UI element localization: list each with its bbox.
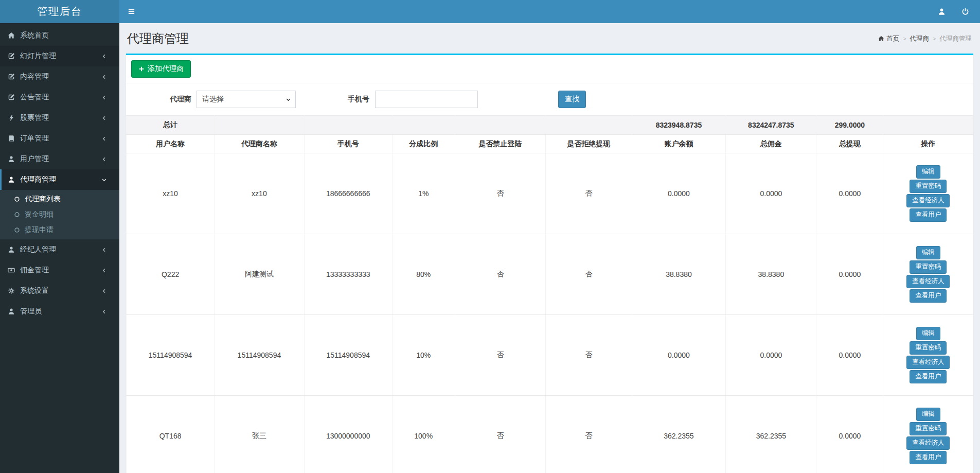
action-edit-button[interactable]: 编辑 [916, 165, 940, 179]
logout-button[interactable] [953, 0, 977, 23]
action-view-brokers-button[interactable]: 查看经济人 [906, 275, 950, 288]
power-icon [961, 8, 969, 15]
action-view-brokers-button[interactable]: 查看经济人 [906, 436, 950, 450]
column-header: 账户余额 [632, 135, 726, 153]
action-edit-button[interactable]: 编辑 [916, 408, 940, 421]
column-header: 总提现 [816, 135, 883, 153]
table-row: xz10xz10186666666661%否否0.00000.00000.000… [127, 153, 973, 234]
sidebar-item-11[interactable]: 管理员 [0, 301, 119, 322]
breadcrumb-home-label: 首页 [886, 34, 899, 43]
cell: 38.8380 [632, 234, 726, 315]
sidebar-item-label: 系统设置 [20, 286, 49, 295]
sidebar-toggle-button[interactable] [119, 0, 143, 23]
user-icon [8, 246, 15, 253]
cell: xz10 [215, 153, 304, 234]
cell: 否 [455, 315, 545, 396]
breadcrumb-separator: > [903, 36, 906, 42]
cell: 否 [545, 396, 632, 473]
action-view-users-button[interactable]: 查看用户 [910, 208, 947, 222]
totals-cell [392, 116, 455, 135]
table-row: QT168张三13000000000100%否否362.2355362.2355… [127, 396, 973, 473]
search-button[interactable]: 查找 [558, 91, 586, 108]
sidebar-item-5[interactable]: 订单管理 [0, 128, 119, 149]
app-logo[interactable]: 管理后台 [0, 0, 119, 23]
cell: 362.2355 [632, 396, 726, 473]
agent-select[interactable]: 请选择 [197, 91, 296, 108]
actions-cell: 编辑重置密码查看经济人查看用户 [883, 153, 973, 234]
cell: 0.0000 [632, 315, 726, 396]
cell: 18666666666 [304, 153, 392, 234]
cell: xz10 [127, 153, 215, 234]
action-view-users-button[interactable]: 查看用户 [910, 451, 947, 464]
chevron-left-icon [101, 115, 107, 121]
sidebar-item-4[interactable]: 股票管理 [0, 108, 119, 128]
breadcrumb-agent[interactable]: 代理商 [910, 34, 930, 43]
sidebar-subitem-1[interactable]: 资金明细 [0, 207, 119, 222]
sidebar-item-10[interactable]: 系统设置 [0, 281, 119, 301]
table-row: 15114908594151149085941511490859410%否否0.… [127, 315, 973, 396]
breadcrumb-current-label: 代理商管理 [940, 34, 972, 43]
breadcrumb-current: 代理商管理 [940, 34, 972, 43]
action-reset-password-button[interactable]: 重置密码 [910, 180, 947, 193]
sidebar-item-label: 系统首页 [20, 31, 49, 40]
content-header: 代理商管理 首页 > 代理商 > 代理商管理 [126, 23, 973, 54]
cell: 否 [455, 396, 545, 473]
chevron-left-icon [101, 74, 107, 80]
action-reset-password-button[interactable]: 重置密码 [910, 260, 947, 274]
sidebar-item-8[interactable]: 经纪人管理 [0, 239, 119, 260]
sidebar-item-9[interactable]: 佣金管理 [0, 260, 119, 281]
add-agent-label: 添加代理商 [148, 64, 184, 74]
sidebar-subitem-0[interactable]: 代理商列表 [0, 191, 119, 207]
sidebar-item-3[interactable]: 公告管理 [0, 87, 119, 108]
action-view-users-button[interactable]: 查看用户 [910, 289, 947, 303]
app-title: 管理后台 [37, 5, 82, 19]
bolt-icon [8, 114, 15, 121]
agent-select-value: 请选择 [202, 95, 224, 104]
cell: 10% [392, 315, 455, 396]
breadcrumb: 首页 > 代理商 > 代理商管理 [878, 34, 972, 43]
totals-cell [215, 116, 304, 135]
filter-bar: 代理商 请选择 手机号 查找 [126, 83, 973, 115]
sidebar-item-1[interactable]: 幻灯片管理 [0, 46, 119, 66]
action-view-brokers-button[interactable]: 查看经济人 [906, 356, 950, 369]
phone-input[interactable] [375, 91, 478, 108]
page-title: 代理商管理 [127, 30, 189, 47]
totals-cell [545, 116, 632, 135]
column-header: 操作 [883, 135, 973, 153]
cell: 100% [392, 396, 455, 473]
plus-icon [138, 66, 145, 72]
cell: 0.0000 [816, 396, 883, 473]
edit-icon [8, 94, 15, 101]
sidebar-subitem-2[interactable]: 提现申请 [0, 222, 119, 238]
totals-cell: 299.0000 [816, 116, 883, 135]
hamburger-icon [128, 8, 135, 15]
cell: 否 [455, 153, 545, 234]
chevron-left-icon [101, 136, 107, 142]
add-agent-button[interactable]: 添加代理商 [131, 60, 191, 78]
sidebar-item-2[interactable]: 内容管理 [0, 66, 119, 87]
action-reset-password-button[interactable]: 重置密码 [910, 341, 947, 355]
breadcrumb-home[interactable]: 首页 [878, 34, 899, 43]
agents-box: 添加代理商 代理商 请选择 手机号 查找 总计8323948.873583242… [126, 54, 973, 473]
user-icon [8, 155, 15, 163]
edit-icon [8, 73, 15, 80]
action-view-brokers-button[interactable]: 查看经济人 [906, 194, 950, 207]
agent-filter-label: 代理商 [170, 95, 191, 104]
cell: 0.0000 [726, 153, 816, 234]
sidebar-item-7[interactable]: 代理商管理 [0, 169, 119, 190]
sidebar-item-0[interactable]: 系统首页 [0, 25, 119, 46]
sidebar-item-label: 代理商管理 [20, 175, 56, 184]
sidebar-subitem-label: 资金明细 [25, 210, 54, 219]
cell: 362.2355 [726, 396, 816, 473]
cell: 否 [455, 234, 545, 315]
action-edit-button[interactable]: 编辑 [916, 246, 940, 259]
sidebar-item-6[interactable]: 用户管理 [0, 149, 119, 169]
action-reset-password-button[interactable]: 重置密码 [910, 422, 947, 435]
cell: 15114908594 [127, 315, 215, 396]
account-button[interactable] [930, 0, 953, 23]
action-view-users-button[interactable]: 查看用户 [910, 370, 947, 383]
cell: 否 [545, 315, 632, 396]
chevron-down-icon [286, 97, 291, 102]
action-edit-button[interactable]: 编辑 [916, 327, 940, 340]
totals-cell [304, 116, 392, 135]
